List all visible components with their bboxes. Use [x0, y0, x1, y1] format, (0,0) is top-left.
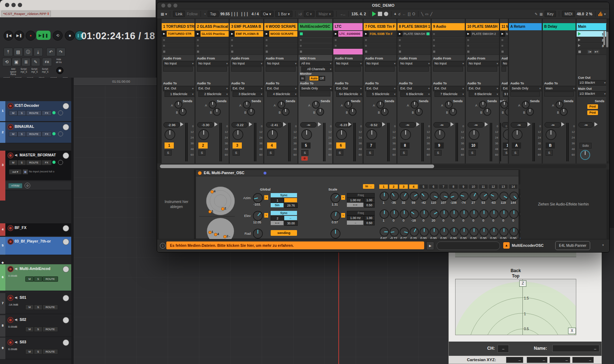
toolbar-item[interactable]: Major ▾ — [316, 11, 333, 17]
direction-field[interactable]: ← — [284, 216, 297, 220]
source-tab[interactable]: 14 — [509, 184, 517, 189]
track-name[interactable]: S03 — [20, 340, 26, 344]
stop-button-icon[interactable] — [231, 51, 233, 53]
clip-slot[interactable] — [432, 37, 465, 43]
output-select[interactable]: Main▼ — [544, 86, 576, 91]
monitor-in-button[interactable]: In — [300, 76, 305, 81]
output-select[interactable]: Ext. Out▼ — [163, 86, 194, 91]
freq-amt-field[interactable]: 1.00 — [364, 215, 375, 220]
scale-value[interactable]: 0.57 — [328, 220, 342, 224]
stop-button-icon[interactable] — [163, 51, 165, 53]
clip-slot[interactable] — [196, 49, 229, 55]
param-value[interactable]: 0 — [498, 219, 508, 222]
minimize-icon[interactable] — [11, 3, 16, 7]
solo-cue-button[interactable]: Solo — [579, 143, 592, 149]
source-tab[interactable]: 4 — [409, 184, 418, 189]
out-dropdown[interactable]: out ▾ — [9, 169, 22, 175]
speaker-icon[interactable]: ◀) — [15, 267, 18, 270]
s-button[interactable]: S — [17, 110, 26, 116]
volume-fader-handle[interactable] — [485, 122, 488, 126]
toolbar-icon[interactable]: ☌ — [398, 12, 401, 16]
pan-knob[interactable] — [366, 129, 377, 140]
rad-knob[interactable] — [253, 229, 263, 239]
param-knob[interactable] — [410, 227, 419, 236]
volume-fader-handle[interactable] — [382, 122, 385, 126]
m-button[interactable]: M — [25, 349, 34, 354]
fx-enabled-icon[interactable] — [52, 161, 56, 164]
output-meter-icon[interactable] — [598, 12, 602, 16]
toolbar-item[interactable]: ← — [402, 12, 406, 16]
toolbar-icon[interactable]: ╲ — [421, 12, 423, 16]
input-select[interactable]: No Input▼ — [266, 61, 297, 66]
toolbar-icon[interactable]: ✎ — [535, 12, 537, 16]
volume-readout[interactable]: -3.22 — [231, 122, 248, 128]
script-button[interactable]: Add spectr Rena — [8, 68, 19, 76]
toolbar-item[interactable]: 2 % — [586, 12, 592, 16]
param-value[interactable]: 0 — [468, 219, 478, 222]
solo-button[interactable]: S — [503, 150, 508, 156]
mod-link-button[interactable]: ~ — [264, 195, 268, 200]
clip-slot[interactable]: ▶LTC_01000000 — [333, 31, 363, 37]
pan-knob[interactable] — [63, 124, 69, 130]
param-knob[interactable] — [430, 192, 439, 201]
param-knob[interactable] — [499, 227, 509, 236]
param-knob[interactable] — [410, 192, 419, 201]
track-header[interactable]: 1 TORTURED STRI — [162, 23, 194, 30]
param-value[interactable]: -63 — [488, 201, 498, 204]
cartesian-value-field[interactable]: – — [550, 357, 570, 363]
play-button[interactable] — [372, 11, 376, 16]
record-button[interactable]: ● — [26, 31, 36, 41]
input-select[interactable]: No Input▼ — [365, 61, 396, 66]
pan-knob[interactable] — [165, 129, 175, 140]
send-b-knob[interactable] — [381, 108, 389, 116]
track-number-gutter[interactable]: 1 — [0, 101, 5, 121]
stop-button[interactable] — [378, 12, 382, 16]
stop-button[interactable]: ■ — [65, 31, 75, 41]
param-knob[interactable] — [439, 227, 449, 236]
param-value[interactable]: 0 — [458, 219, 468, 222]
output-select[interactable]: Ext. Out▼ — [399, 86, 431, 91]
project-tab[interactable]: *ICST_Reaper_Ableton.RPP ‖ — [1, 11, 51, 17]
scale-knob[interactable] — [331, 229, 340, 239]
missing-media-banner[interactable]: Es fehlen Medien-Dateien. Bitte klicken … — [166, 241, 424, 249]
stop-button-icon[interactable] — [433, 51, 435, 53]
toolbar-icon[interactable]: ▾ — [604, 12, 606, 16]
param-knob[interactable] — [420, 227, 429, 236]
s-button[interactable]: S — [17, 131, 26, 137]
toolbar-icon[interactable]: ⁅⁆ — [408, 12, 411, 16]
clip-slot[interactable] — [466, 43, 499, 48]
output-channel-select[interactable]: 6 BlackHole▼ — [400, 92, 431, 97]
s-button[interactable]: S — [34, 327, 42, 332]
scene-play-icon[interactable] — [578, 44, 581, 47]
param-value[interactable]: 119 — [498, 201, 508, 204]
scene-follow-icon[interactable]: ▶≣ — [594, 50, 599, 54]
volume-fader-handle[interactable] — [214, 122, 218, 126]
param-knob[interactable] — [509, 227, 519, 236]
s-button[interactable]: S — [34, 305, 42, 310]
main-out-select[interactable]: 1/2 BlackH▼ — [578, 91, 607, 97]
record-arm-button[interactable] — [7, 239, 14, 245]
param-knob[interactable] — [400, 209, 409, 219]
clip-slot[interactable] — [500, 49, 508, 55]
stop-button-icon[interactable] — [399, 51, 401, 53]
input-select[interactable]: No Input▼ — [197, 61, 229, 66]
input-channel-box[interactable] — [501, 67, 506, 72]
param-value[interactable]: 0 — [478, 219, 488, 222]
scale-knob[interactable] — [331, 211, 340, 221]
param-knob[interactable] — [400, 227, 409, 236]
clip-slot[interactable]: ▶M — [500, 31, 508, 37]
instrument-drop-zone[interactable]: Instrument hier ablegen — [159, 170, 194, 239]
volume-readout[interactable]: 0.00dB — [8, 274, 17, 277]
track-activator[interactable]: B — [546, 142, 555, 149]
scene-scrollbar[interactable] — [603, 31, 605, 45]
param-value[interactable]: -18 — [409, 219, 418, 222]
record-arm-button[interactable] — [7, 295, 14, 301]
clip-slot[interactable] — [298, 31, 332, 37]
reaper-track[interactable]: BF_FX — [5, 223, 71, 236]
track-number-gutter[interactable]: 5 — [0, 237, 5, 255]
track-header[interactable]: MultiEncoderOSC — [298, 23, 332, 30]
send-a-knob[interactable] — [411, 101, 418, 109]
param-value[interactable]: 1 — [379, 201, 389, 204]
param-value[interactable]: -35 — [389, 201, 399, 204]
param-knob[interactable] — [420, 192, 429, 201]
